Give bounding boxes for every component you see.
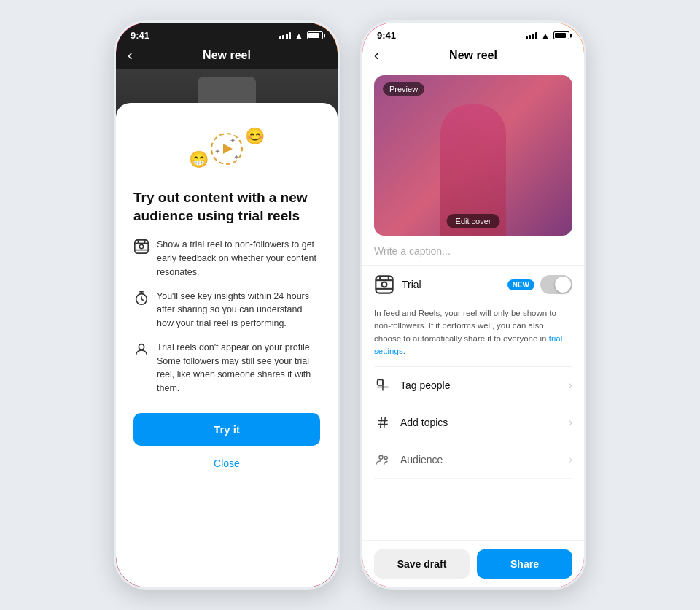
status-bar-2: 9:41 ▲ bbox=[362, 23, 584, 44]
feature-text-3: Trial reels don't appear on your profile… bbox=[157, 341, 320, 395]
svg-point-25 bbox=[379, 455, 383, 459]
preview-container: Preview Edit cover bbox=[374, 75, 572, 236]
new-badge: NEW bbox=[508, 279, 534, 290]
audience-icon bbox=[374, 451, 392, 468]
modal-illustration: 😊 😁 ✦ ✦ ✦ bbox=[133, 123, 320, 174]
add-topics-label: Add topics bbox=[400, 417, 569, 428]
trial-desc-text: In feed and Reels, your reel will only b… bbox=[374, 309, 556, 343]
svg-line-24 bbox=[384, 417, 386, 428]
status-icons-2: ▲ bbox=[526, 31, 569, 41]
time-2: 9:41 bbox=[377, 30, 396, 41]
caption-placeholder: Write a caption... bbox=[374, 245, 451, 257]
save-draft-button[interactable]: Save draft bbox=[374, 549, 470, 579]
bottom-actions: Save draft Share bbox=[362, 540, 584, 587]
feature-item-1: Show a trial reel to non-followers to ge… bbox=[133, 238, 320, 279]
caption-area[interactable]: Write a caption... bbox=[362, 244, 584, 266]
svg-rect-12 bbox=[376, 276, 392, 293]
tag-people-label: Tag people bbox=[400, 379, 569, 391]
trial-row: Trial NEW bbox=[374, 266, 572, 301]
tag-icon bbox=[374, 377, 392, 394]
svg-line-23 bbox=[381, 417, 382, 428]
back-button-2[interactable]: ‹ bbox=[374, 47, 379, 63]
battery-icon-2 bbox=[553, 31, 569, 39]
trial-icon bbox=[374, 274, 394, 295]
nav-bar-2: ‹ New reel bbox=[362, 44, 584, 69]
chevron-icon-3: › bbox=[569, 453, 572, 466]
svg-point-13 bbox=[382, 282, 387, 287]
svg-point-26 bbox=[384, 456, 387, 459]
battery-icon bbox=[307, 31, 323, 39]
nav-title-1: New reel bbox=[203, 49, 251, 62]
svg-line-8 bbox=[141, 299, 144, 301]
sparkle-icon-1: ✦ bbox=[230, 136, 236, 144]
svg-rect-18 bbox=[378, 380, 384, 386]
profile-icon bbox=[133, 341, 149, 358]
tag-people-row[interactable]: Tag people › bbox=[374, 367, 572, 404]
back-button-1[interactable]: ‹ bbox=[128, 47, 133, 63]
try-it-button[interactable]: Try it bbox=[133, 413, 320, 446]
feature-text-2: You'll see key insights within 24 hours … bbox=[157, 290, 320, 331]
feature-item-2: You'll see key insights within 24 hours … bbox=[133, 290, 320, 331]
happy-emoji-icon: 😊 bbox=[245, 127, 265, 146]
svg-point-11 bbox=[139, 344, 144, 350]
feature-item-3: Trial reels don't appear on your profile… bbox=[133, 341, 320, 395]
nav-title-2: New reel bbox=[449, 49, 497, 62]
svg-rect-0 bbox=[135, 240, 148, 253]
play-icon bbox=[223, 144, 233, 154]
chevron-icon-1: › bbox=[569, 379, 572, 392]
sparkle-icon-2: ✦ bbox=[214, 147, 220, 155]
add-topics-row[interactable]: Add topics › bbox=[374, 404, 572, 441]
trial-label: Trial bbox=[402, 279, 508, 290]
timer-icon bbox=[133, 290, 149, 306]
trial-desc-end: . bbox=[403, 347, 405, 355]
audience-row[interactable]: Audience › bbox=[374, 441, 572, 479]
preview-badge: Preview bbox=[383, 82, 424, 96]
status-bar-1: 9:41 ▲ bbox=[116, 23, 338, 44]
status-icons-1: ▲ bbox=[279, 31, 323, 41]
trial-modal: 😊 😁 ✦ ✦ ✦ Try out content with a new aud… bbox=[116, 103, 338, 587]
nav-bar-1: ‹ New reel bbox=[116, 44, 338, 69]
close-button[interactable]: Close bbox=[133, 455, 320, 472]
toggle-knob bbox=[555, 277, 571, 293]
hashtag-icon bbox=[374, 414, 392, 431]
audience-label: Audience bbox=[400, 454, 569, 466]
grin-emoji-icon: 😁 bbox=[189, 150, 209, 169]
signal-icon-2 bbox=[526, 32, 538, 39]
chevron-icon-2: › bbox=[569, 416, 572, 429]
trial-toggle[interactable] bbox=[540, 275, 572, 294]
modal-heading: Try out content with a new audience usin… bbox=[133, 189, 320, 225]
wifi-icon: ▲ bbox=[295, 31, 303, 41]
phone-2: 9:41 ▲ ‹ New reel bbox=[360, 20, 586, 590]
share-button[interactable]: Share bbox=[477, 549, 572, 579]
signal-icon bbox=[279, 32, 292, 39]
phone-1: 9:41 ▲ ‹ New reel bbox=[114, 20, 340, 590]
feature-text-1: Show a trial reel to non-followers to ge… bbox=[157, 238, 320, 279]
settings-section: Trial NEW In feed and Reels, your reel w… bbox=[362, 266, 584, 479]
reel-icon bbox=[133, 239, 149, 255]
trial-description: In feed and Reels, your reel will only b… bbox=[374, 301, 572, 367]
time-1: 9:41 bbox=[131, 30, 149, 41]
edit-cover-badge[interactable]: Edit cover bbox=[447, 214, 500, 228]
svg-point-1 bbox=[139, 245, 144, 250]
wifi-icon-2: ▲ bbox=[541, 31, 550, 41]
feature-list: Show a trial reel to non-followers to ge… bbox=[133, 238, 320, 395]
sparkle-icon-3: ✦ bbox=[233, 153, 239, 161]
